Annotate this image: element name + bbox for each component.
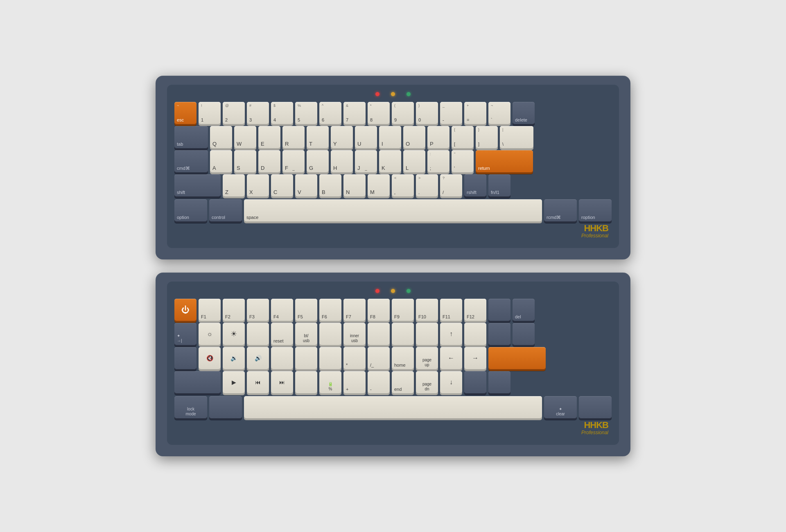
key-roption[interactable]: roption [579, 199, 612, 221]
key-fn-blank7[interactable] [464, 323, 486, 345]
key-1[interactable]: ! 1 [199, 102, 221, 124]
key-u[interactable]: U [355, 126, 377, 148]
key-w[interactable]: W [234, 126, 256, 148]
key-vol-down[interactable]: 🔉 [223, 347, 245, 369]
key-next[interactable]: ⏭ [271, 371, 293, 393]
key-z[interactable]: Z [223, 174, 245, 196]
key-rshift[interactable]: rshift [464, 174, 486, 196]
key-j[interactable]: J _ [355, 150, 377, 172]
key-p[interactable]: P [427, 126, 449, 148]
key-rcmd[interactable]: rcmd⌘ [544, 199, 577, 221]
key-f7[interactable]: F7 [343, 299, 366, 321]
key-shift[interactable]: shift [174, 174, 221, 196]
key-e[interactable]: E [258, 126, 280, 148]
key-fn-blank9[interactable] [513, 323, 535, 345]
key-home[interactable]: home [392, 347, 414, 369]
key-slash-under[interactable]: /_ [368, 347, 390, 369]
key-inner-usb[interactable]: innerusb [343, 323, 366, 345]
key-a[interactable]: A [210, 150, 232, 172]
key-f4[interactable]: F4 [271, 299, 293, 321]
key-fn-shift[interactable] [174, 371, 221, 393]
key-minus2[interactable]: - [368, 371, 390, 393]
key-slash[interactable]: ? / [440, 174, 462, 196]
key-up[interactable]: ↑ [440, 323, 462, 345]
key-fn-rshift[interactable] [464, 371, 486, 393]
key-fn-blank4[interactable] [368, 323, 390, 345]
key-minus[interactable]: _ - [440, 102, 462, 124]
key-x[interactable]: X [247, 174, 269, 196]
key-d[interactable]: D [258, 150, 280, 172]
key-fn-blank2[interactable] [247, 323, 269, 345]
key-0[interactable]: ) 0 [416, 102, 438, 124]
key-h[interactable]: H [331, 150, 353, 172]
key-quote[interactable]: " ' [452, 150, 474, 172]
key-brightness-down[interactable]: ☼ [199, 323, 221, 345]
key-fn-blank1[interactable] [488, 299, 510, 321]
key-cmd[interactable]: cmd⌘ [174, 150, 208, 172]
key-s[interactable]: S [234, 150, 256, 172]
key-lock-mode[interactable]: lockmode [174, 396, 207, 418]
key-clear[interactable]: ✦clear [544, 396, 577, 418]
key-f2[interactable]: F2 [223, 299, 245, 321]
key-bt[interactable]: ✦→| [174, 323, 196, 345]
key-r[interactable]: R [282, 126, 305, 148]
key-l[interactable]: L [403, 150, 425, 172]
key-page-up[interactable]: pageup [416, 347, 438, 369]
key-fn[interactable]: fn/l1 [488, 174, 510, 196]
key-option[interactable]: option [174, 199, 207, 221]
key-equal[interactable]: + = [464, 102, 486, 124]
key-4[interactable]: $ 4 [271, 102, 293, 124]
key-delete[interactable]: delete [513, 102, 535, 124]
key-tab[interactable]: tab [174, 126, 208, 148]
key-plus[interactable]: + [343, 371, 366, 393]
key-2[interactable]: @ 2 [223, 102, 245, 124]
key-mute[interactable]: 🔇 [199, 347, 221, 369]
key-f5[interactable]: F5 [295, 299, 317, 321]
key-play[interactable]: ▶ [223, 371, 245, 393]
key-t[interactable]: T [307, 126, 329, 148]
key-7[interactable]: & 7 [343, 102, 366, 124]
key-esc[interactable]: ~ esc [174, 102, 196, 124]
key-fn-blank11[interactable] [295, 347, 317, 369]
key-q[interactable]: Q [210, 126, 232, 148]
key-asterisk[interactable]: * [343, 347, 366, 369]
key-fn-blank13[interactable] [295, 371, 317, 393]
key-bt-usb[interactable]: bt/usb [295, 323, 317, 345]
key-period[interactable]: > . [416, 174, 438, 196]
key-5[interactable]: % 5 [295, 102, 317, 124]
key-fn-blank10[interactable] [271, 347, 293, 369]
key-down[interactable]: ↓ [440, 371, 462, 393]
key-f10[interactable]: F10 [416, 299, 438, 321]
key-brightness-up[interactable]: ☀ [223, 323, 245, 345]
key-o[interactable]: O [403, 126, 425, 148]
key-fn-roption[interactable] [579, 396, 612, 418]
key-power[interactable]: ⏻ [174, 299, 196, 321]
key-f3[interactable]: F3 [247, 299, 269, 321]
key-fn-blank3[interactable] [319, 323, 341, 345]
key-f12[interactable]: F12 [464, 299, 486, 321]
key-f11[interactable]: F11 [440, 299, 462, 321]
key-right[interactable]: → [464, 347, 486, 369]
key-space-2[interactable] [244, 396, 542, 418]
key-fn-orange[interactable] [488, 347, 546, 369]
key-comma[interactable]: < , [392, 174, 414, 196]
key-bracket-right[interactable]: } ] [476, 126, 498, 148]
key-f6[interactable]: F6 [319, 299, 341, 321]
key-semicolon[interactable]: : ; [427, 150, 449, 172]
key-9[interactable]: ( 9 [392, 102, 414, 124]
key-fn-del[interactable]: del [513, 299, 535, 321]
key-k[interactable]: K [379, 150, 401, 172]
key-fn-blank12[interactable] [319, 347, 341, 369]
key-reset[interactable]: reset [271, 323, 293, 345]
key-b[interactable]: B [319, 174, 341, 196]
key-backslash[interactable]: | \ [500, 126, 533, 148]
key-v[interactable]: V [295, 174, 317, 196]
key-prev[interactable]: ⏮ [247, 371, 269, 393]
key-8[interactable]: * 8 [368, 102, 390, 124]
key-backtick[interactable]: ~ ` [488, 102, 510, 124]
key-vol-up[interactable]: 🔊 [247, 347, 269, 369]
key-left[interactable]: ← [440, 347, 462, 369]
key-end[interactable]: end [392, 371, 414, 393]
key-3[interactable]: # 3 [247, 102, 269, 124]
key-fn-blank5[interactable] [392, 323, 414, 345]
